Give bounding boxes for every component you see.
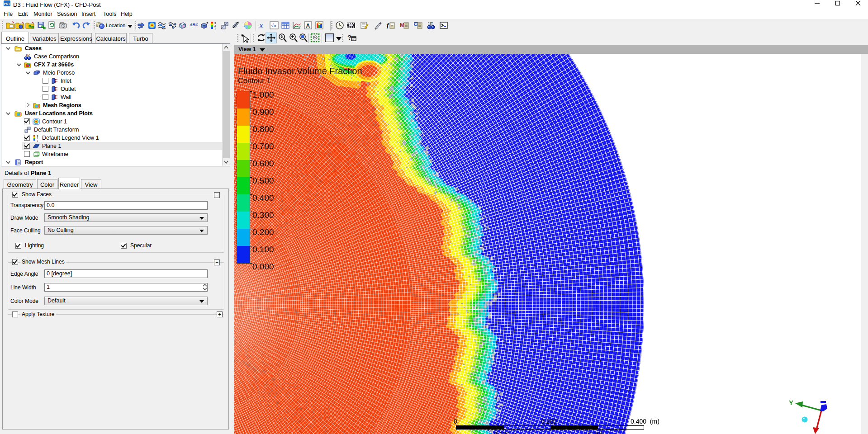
svg-text:f: f: [387, 22, 389, 28]
svg-text:A: A: [306, 23, 310, 29]
svg-text:√α: √α: [271, 23, 276, 28]
svg-text:Y: Y: [789, 399, 793, 406]
svg-text:PST: PST: [4, 2, 10, 5]
svg-text:1: 1: [214, 27, 216, 30]
svg-text:ABC: ABC: [189, 23, 198, 27]
svg-text:1|2: 1|2: [428, 21, 433, 25]
svg-text:1: 1: [37, 139, 38, 142]
svg-text:?: ?: [347, 33, 351, 41]
svg-text:x: x: [259, 22, 263, 29]
